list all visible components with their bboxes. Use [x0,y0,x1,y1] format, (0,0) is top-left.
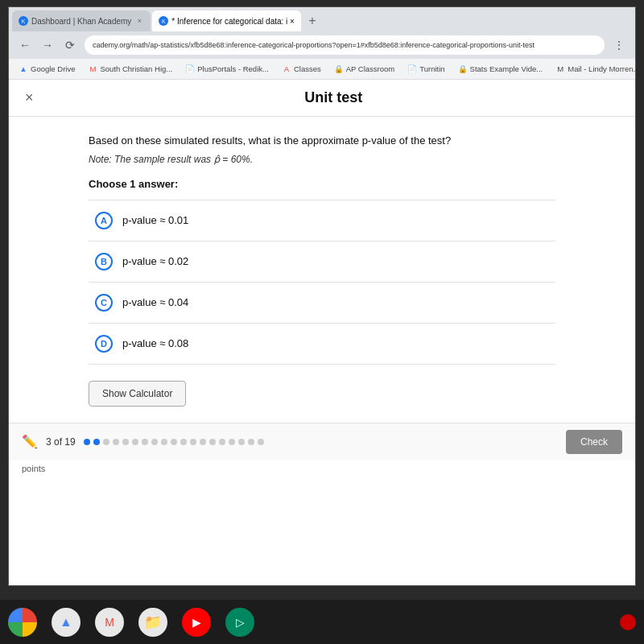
bottom-bar: ✏️ 3 of 19 [9,423,635,460]
reload-button[interactable]: ⟳ [60,35,80,55]
bookmark-label: Turnitin [419,64,444,73]
progress-dots [84,439,264,445]
dot-11 [180,439,187,445]
play-taskbar-icon[interactable]: ▷ [225,608,254,637]
bookmark-label: PlusPortals - Redik... [197,64,269,73]
answer-choice-a[interactable]: A p-value ≈ 0.01 [89,200,555,242]
choice-text-a: p-value ≈ 0.01 [122,214,188,226]
bottom-content-area: points [9,460,635,477]
google-drive-taskbar-icon[interactable]: ▲ [52,608,80,637]
classes-icon: A [282,64,291,74]
dot-18 [248,439,254,445]
tab-favicon-inference: K [159,16,168,26]
ap-classroom-icon: 🔒 [334,64,344,74]
taskbar: ▲ M 📁 ▶ ▷ [0,600,644,644]
dot-14 [209,439,216,445]
tab-label-dashboard: Dashboard | Khan Academy [31,17,131,26]
youtube-taskbar-icon[interactable]: ▶ [182,608,211,637]
bookmark-label: Mail - Lindy Morren... [568,64,635,73]
page-title-area: Unit test [45,89,622,106]
dot-3 [103,439,109,445]
dot-4 [113,439,119,445]
choice-text-d: p-value ≈ 0.08 [122,337,188,349]
dot-5 [122,439,129,445]
progress-icon: ✏️ [22,434,38,449]
chrome-icon[interactable] [8,608,37,637]
choice-text-b: p-value ≈ 0.02 [122,255,188,267]
question-note: Note: The sample result was p̂ = 60%. [89,154,555,165]
files-taskbar-icon[interactable]: 📁 [138,608,167,637]
dot-13 [200,439,206,445]
tab-dashboard[interactable]: K Dashboard | Khan Academy × [12,10,151,31]
bookmark-plusportals[interactable]: 📄 PlusPortals - Redik... [182,63,272,76]
bookmark-label: Classes [294,64,321,73]
bookmark-classes[interactable]: A Classes [279,63,324,76]
stats-video-icon: 🔒 [458,64,468,74]
bookmark-google-drive[interactable]: ▲ Google Drive [15,63,78,76]
dot-19 [258,439,264,445]
url-text: cademy.org/math/ap-statistics/xfb5d8e68:… [93,41,535,49]
red-dot-indicator [620,614,636,630]
dot-7 [142,439,148,445]
url-bar[interactable]: cademy.org/math/ap-statistics/xfb5d8e68:… [85,35,605,55]
bookmark-label: AP Classroom [346,64,395,73]
bookmark-stats-video[interactable]: 🔒 Stats Example Vide... [455,63,547,76]
choice-bubble-b: B [95,253,113,270]
question-area: Based on these simulated results, what i… [40,117,604,423]
dot-9 [161,439,167,445]
bookmark-south-christian[interactable]: M South Christian Hig... [85,63,175,76]
progress-text: 3 of 19 [46,436,76,448]
bookmark-label: Google Drive [31,64,75,73]
bookmark-mail[interactable]: M Mail - Lindy Morren... [552,63,635,76]
answer-choice-d[interactable]: D p-value ≈ 0.08 [89,324,555,365]
tab-favicon-dashboard: K [19,16,28,26]
dot-8 [151,439,158,445]
ka-header: × Unit test [9,80,635,117]
choice-bubble-c: C [95,294,113,312]
choice-bubble-a: A [95,212,113,229]
tab-label-inference: * Inference for categorical data: i × [171,17,295,26]
dot-15 [219,439,225,445]
bookmark-label: Stats Example Vide... [470,64,543,73]
question-text: Based on these simulated results, what i… [89,133,555,149]
show-calculator-button[interactable]: Show Calculator [89,381,186,407]
bookmark-turnitin[interactable]: 📄 Turnitin [404,63,448,76]
dot-2 [93,439,100,445]
turnitin-icon: 📄 [407,64,417,74]
choice-bubble-d: D [95,335,113,353]
dot-10 [171,439,177,445]
choice-text-c: p-value ≈ 0.04 [122,296,188,308]
gmail-taskbar-icon[interactable]: M [95,608,124,637]
extensions-button[interactable]: ⋮ [609,35,629,55]
tab-inference[interactable]: K * Inference for categorical data: i × [152,10,301,31]
page-title: Unit test [304,89,362,105]
close-button[interactable]: × [22,86,37,109]
tab-close-dashboard[interactable]: × [134,16,144,26]
points-text: points [22,464,45,473]
dot-6 [132,439,138,445]
new-tab-button[interactable]: + [303,11,322,31]
dot-1 [84,439,90,445]
plusportals-icon: 📄 [185,64,195,74]
answer-choice-c[interactable]: C p-value ≈ 0.04 [89,283,555,324]
forward-button[interactable]: → [38,35,57,55]
google-drive-icon: ▲ [19,64,28,74]
back-button[interactable]: ← [15,35,35,55]
choose-label: Choose 1 answer: [89,178,555,190]
dot-12 [190,439,196,445]
answer-choice-b[interactable]: B p-value ≈ 0.02 [89,242,555,283]
south-christian-icon: M [88,64,97,74]
bookmark-label: South Christian Hig... [100,64,172,73]
dot-17 [238,439,245,445]
bookmark-ap-classroom[interactable]: 🔒 AP Classroom [331,63,398,76]
check-button[interactable]: Check [566,430,622,454]
mail-icon: M [555,64,565,74]
dot-16 [229,439,235,445]
